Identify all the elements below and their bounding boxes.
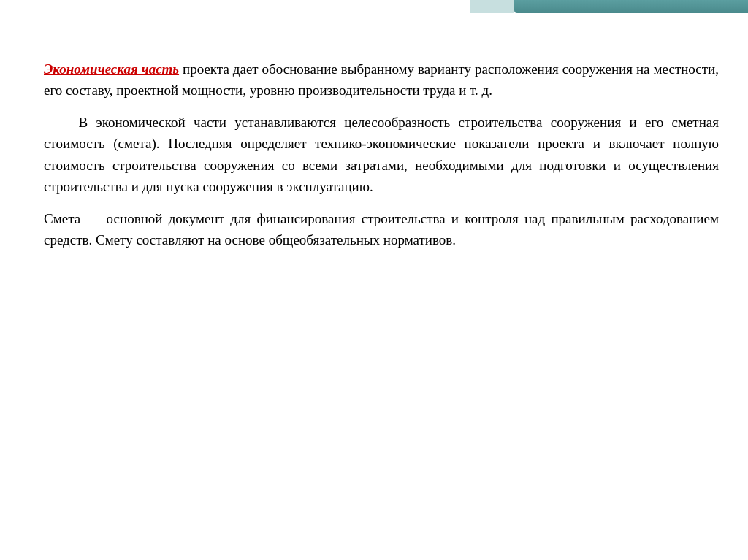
paragraph-3-text: Смета — основной документ для финансиров… — [44, 211, 719, 248]
page-content: Экономическая часть проекта дает обоснов… — [44, 58, 719, 516]
paragraph-block-2: В экономической части устанавливаются це… — [44, 112, 719, 198]
paragraph-block-1: Экономическая часть проекта дает обоснов… — [44, 58, 719, 101]
paragraph-3: Смета — основной документ для финансиров… — [44, 208, 719, 251]
paragraph-block-3: Смета — основной документ для финансиров… — [44, 208, 719, 251]
top-bar-accent — [470, 0, 514, 13]
paragraph-2: В экономической части устанавливаются це… — [44, 112, 719, 198]
paragraph-1: Экономическая часть проекта дает обоснов… — [44, 58, 719, 101]
paragraph-2-text: В экономической части устанавливаются це… — [44, 115, 719, 194]
top-bar — [514, 0, 748, 13]
italic-heading: Экономическая часть — [44, 61, 179, 77]
